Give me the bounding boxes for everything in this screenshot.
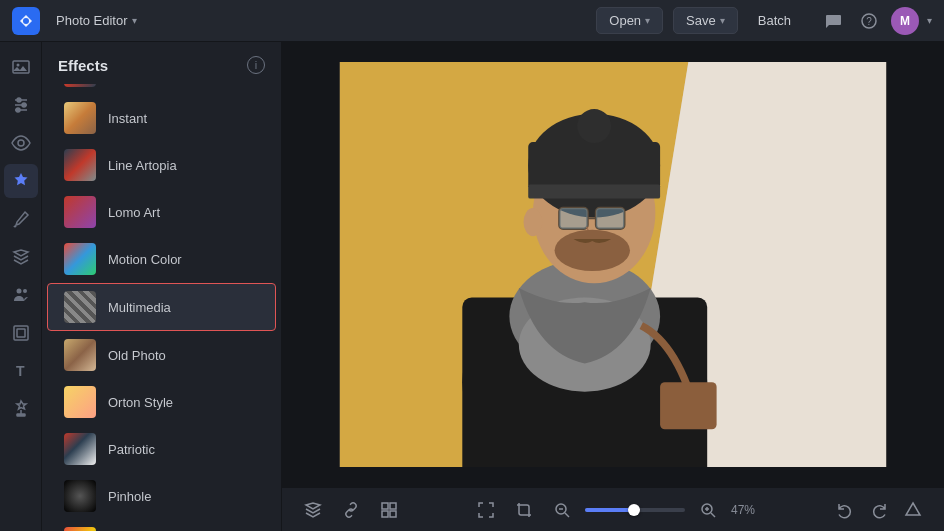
zoom-slider-thumb (628, 504, 640, 516)
effect-item[interactable]: Lomo Art (48, 189, 275, 235)
frame-tool-button[interactable] (4, 316, 38, 350)
effect-item[interactable]: Patriotic (48, 426, 275, 472)
effect-thumb (64, 291, 96, 323)
svg-text:T: T (16, 363, 25, 379)
svg-point-37 (524, 208, 543, 236)
grid-bottom-icon[interactable] (374, 495, 404, 525)
effect-item[interactable]: Old Photo (48, 332, 275, 378)
batch-label: Batch (758, 13, 791, 28)
svg-point-36 (555, 230, 630, 271)
crop-icon[interactable] (509, 495, 539, 525)
svg-rect-41 (382, 511, 388, 517)
effect-name: Instant (108, 111, 147, 126)
effect-item[interactable]: Instant (48, 95, 275, 141)
effect-thumb (64, 196, 96, 228)
svg-text:?: ? (866, 16, 872, 27)
svg-point-0 (23, 18, 29, 24)
extra-button[interactable] (898, 495, 928, 525)
view-tool-button[interactable] (4, 126, 38, 160)
stamp-tool-button[interactable] (4, 392, 38, 426)
zoom-slider-container (585, 508, 685, 512)
canvas-container[interactable] (282, 42, 944, 487)
photo-image (323, 62, 903, 467)
effect-thumb (64, 149, 96, 181)
svg-line-45 (565, 513, 569, 517)
svg-point-11 (18, 140, 24, 146)
effect-thumb (64, 243, 96, 275)
avatar-chevron[interactable]: ▾ (927, 15, 932, 26)
svg-rect-30 (528, 184, 660, 198)
avatar[interactable]: M (891, 7, 919, 35)
svg-rect-28 (528, 142, 660, 189)
app-title-button[interactable]: Photo Editor ▾ (50, 9, 143, 32)
effects-panel: Effects i CoolerCross ProcessCyanotypeGr… (42, 42, 282, 531)
effect-thumb (64, 84, 96, 87)
svg-rect-40 (390, 503, 396, 509)
app-title-label: Photo Editor (56, 13, 128, 28)
effect-thumb (64, 480, 96, 512)
effect-item[interactable]: Pinhole (48, 473, 275, 519)
effect-thumb (64, 527, 96, 531)
undo-button[interactable] (830, 495, 860, 525)
svg-rect-38 (660, 382, 717, 429)
open-label: Open (609, 13, 641, 28)
icon-bar: T (0, 42, 42, 531)
effect-item[interactable]: Holga Art (48, 84, 275, 94)
effects-info-button[interactable]: i (247, 56, 265, 74)
effect-item[interactable]: Pop Art (48, 520, 275, 531)
people-tool-button[interactable] (4, 278, 38, 312)
fit-screen-icon[interactable] (471, 495, 501, 525)
main-area: T Effects i CoolerCross ProcessCyanotype… (0, 42, 944, 531)
info-symbol: i (255, 59, 257, 71)
effect-name: Lomo Art (108, 205, 160, 220)
image-tool-button[interactable] (4, 50, 38, 84)
app-title-chevron: ▾ (132, 15, 137, 26)
text-tool-button[interactable]: T (4, 354, 38, 388)
batch-button[interactable]: Batch (748, 8, 801, 33)
effect-thumb (64, 386, 96, 418)
svg-point-29 (577, 109, 611, 143)
svg-rect-39 (382, 503, 388, 509)
svg-point-13 (23, 289, 27, 293)
svg-rect-3 (13, 61, 29, 73)
comment-icon[interactable] (819, 7, 847, 35)
open-button[interactable]: Open ▾ (596, 7, 663, 34)
svg-point-8 (22, 103, 26, 107)
zoom-slider[interactable] (585, 508, 685, 512)
effect-name: Multimedia (108, 300, 171, 315)
effect-thumb (64, 433, 96, 465)
link-bottom-icon[interactable] (336, 495, 366, 525)
canvas-area: 47% (282, 42, 944, 531)
zoom-percent: 47% (731, 503, 763, 517)
redo-button[interactable] (864, 495, 894, 525)
zoom-slider-fill (585, 508, 630, 512)
svg-rect-15 (17, 329, 25, 337)
effect-item[interactable]: Line Artopia (48, 142, 275, 188)
open-chevron: ▾ (645, 15, 650, 26)
svg-rect-35 (596, 208, 624, 229)
topbar-icons: ? M ▾ (819, 7, 932, 35)
effect-item[interactable]: Orton Style (48, 379, 275, 425)
zoom-out-icon[interactable] (547, 495, 577, 525)
undo-redo-group (830, 495, 928, 525)
avatar-initials: M (900, 14, 910, 28)
svg-point-6 (17, 98, 21, 102)
effect-item[interactable]: Multimedia (47, 283, 276, 331)
effect-item[interactable]: Motion Color (48, 236, 275, 282)
zoom-in-icon[interactable] (693, 495, 723, 525)
svg-marker-50 (906, 503, 920, 515)
help-icon[interactable]: ? (855, 7, 883, 35)
save-label: Save (686, 13, 716, 28)
layers-tool-button[interactable] (4, 240, 38, 274)
app-logo (12, 7, 40, 35)
effects-header: Effects i (42, 42, 281, 84)
effect-name: Patriotic (108, 442, 155, 457)
effect-name: Line Artopia (108, 158, 177, 173)
brush-tool-button[interactable] (4, 202, 38, 236)
adjust-tool-button[interactable] (4, 88, 38, 122)
effect-thumb (64, 339, 96, 371)
svg-rect-18 (17, 414, 25, 416)
save-button[interactable]: Save ▾ (673, 7, 738, 34)
effects-tool-button[interactable] (4, 164, 38, 198)
layers-bottom-icon[interactable] (298, 495, 328, 525)
